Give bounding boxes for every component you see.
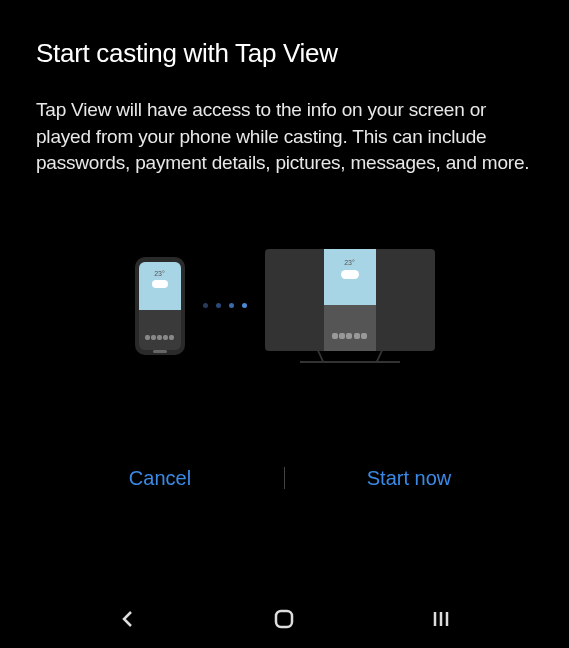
tv-icon: 23°: [265, 249, 435, 363]
recent-apps-button[interactable]: [427, 605, 455, 633]
chevron-left-icon: [118, 609, 138, 629]
home-button[interactable]: [270, 605, 298, 633]
svg-rect-0: [276, 611, 292, 627]
casting-permission-dialog: Start casting with Tap View Tap View wil…: [0, 0, 569, 504]
back-button[interactable]: [114, 605, 142, 633]
phone-icon: 23°: [135, 257, 185, 355]
cloud-icon: [152, 280, 168, 288]
cancel-button[interactable]: Cancel: [36, 453, 284, 504]
dialog-title: Start casting with Tap View: [36, 38, 533, 69]
navigation-bar: [0, 590, 569, 648]
cloud-icon: [341, 270, 359, 279]
dialog-buttons: Cancel Start now: [36, 453, 533, 504]
dialog-description: Tap View will have access to the info on…: [36, 97, 533, 177]
connection-dots-icon: [203, 303, 247, 308]
casting-illustration: 23° 23°: [36, 249, 533, 363]
start-now-button[interactable]: Start now: [285, 453, 533, 504]
home-icon: [272, 607, 296, 631]
recent-icon: [431, 609, 451, 629]
